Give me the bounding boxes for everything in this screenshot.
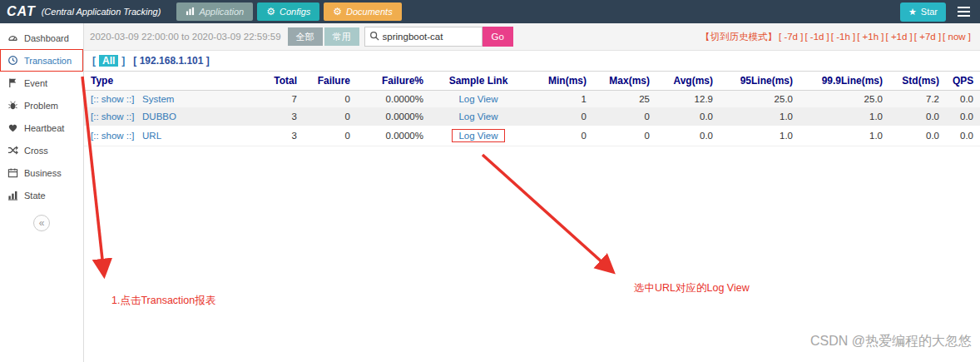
cell-min: 0	[527, 126, 593, 146]
cell-max: 0	[593, 126, 656, 146]
star-button[interactable]: ★ Star	[900, 2, 946, 22]
show-link[interactable]: [:: show ::]	[91, 94, 134, 104]
nav-documents-label: Documents	[346, 7, 393, 17]
col-header-failure-pct: Failure%	[357, 72, 430, 91]
sidebar-item-label: Heartbeat	[24, 123, 64, 133]
nav-application-button[interactable]: Application	[176, 2, 253, 21]
show-link[interactable]: [:: show ::]	[91, 112, 134, 121]
sidebar-collapse-button[interactable]: «	[33, 215, 50, 231]
sidebar-item-label: Cross	[24, 146, 48, 156]
log-view-link-system[interactable]: Log View	[458, 94, 497, 104]
search-icon	[369, 31, 379, 43]
project-search-input[interactable]	[383, 32, 474, 42]
col-header-sample-link: Sample Link	[430, 72, 527, 91]
bug-icon	[7, 100, 18, 111]
type-link-url[interactable]: URL	[142, 131, 161, 141]
cell-max: 0	[593, 108, 656, 126]
annotation-highlight-box: Log View	[452, 129, 504, 142]
filter-bar: 2020-03-09 22:00:00 to 2020-03-09 22:59:…	[84, 23, 980, 51]
time-link-minus1d[interactable]: [ -1d ]	[804, 32, 829, 42]
app-logo[interactable]: CAT	[7, 4, 36, 19]
sidebar-item-problem[interactable]: Problem	[0, 94, 83, 117]
table-row-url: [:: show ::] URL 3 0 0.0000% Log View 0 …	[84, 126, 980, 146]
show-link[interactable]: [:: show ::]	[91, 131, 134, 141]
cell-avg: 0.0	[656, 108, 720, 126]
flag-icon	[7, 77, 18, 88]
time-link-minus7d[interactable]: [ -7d ]	[779, 32, 803, 42]
cell-min: 1	[527, 91, 593, 108]
cell-qps: 0.0	[946, 91, 980, 108]
cell-failure: 0	[304, 126, 357, 146]
nav-documents-button[interactable]: ⚙ Documents	[324, 2, 401, 21]
clock-icon	[7, 55, 18, 66]
time-link-plus7d[interactable]: [ +7d ]	[914, 32, 941, 42]
search-box	[364, 27, 483, 47]
bracket-close: ]	[121, 55, 125, 67]
calendar-icon	[7, 167, 18, 178]
time-link-plus1d[interactable]: [ +1d ]	[886, 32, 913, 42]
sidebar-item-event[interactable]: Event	[0, 72, 83, 94]
shuffle-icon	[7, 145, 18, 156]
nav-configs-button[interactable]: ⚙ Configs	[257, 2, 319, 21]
type-link-dubbo[interactable]: DUBBO	[142, 112, 176, 121]
time-link-minus1h[interactable]: [ -1h ]	[831, 32, 855, 42]
gear-icon: ⚙	[266, 7, 275, 17]
table-row-dubbo: [:: show ::] DUBBO 3 0 0.0000% Log View …	[84, 108, 980, 126]
sidebar: Dashboard Transaction Event Problem Hear…	[0, 23, 84, 362]
menu-icon[interactable]	[958, 4, 970, 19]
transaction-table: Type Total Failure Failure% Sample Link …	[84, 71, 980, 146]
cell-total: 7	[250, 91, 304, 108]
sidebar-item-label: Transaction	[24, 56, 72, 66]
cell-95line: 1.0	[720, 108, 799, 126]
sidebar-item-cross[interactable]: Cross	[0, 139, 83, 161]
col-header-std: Std(ms)	[889, 72, 946, 91]
sidebar-item-business[interactable]: Business	[0, 161, 83, 184]
log-view-link-dubbo[interactable]: Log View	[458, 112, 497, 121]
cell-qps: 0.0	[946, 126, 980, 146]
nav-application-label: Application	[199, 7, 244, 17]
cell-qps: 0.0	[946, 108, 980, 126]
sidebar-item-label: Problem	[24, 101, 58, 111]
cell-total: 3	[250, 126, 304, 146]
type-link-system[interactable]: System	[142, 94, 174, 104]
heart-icon	[7, 122, 18, 133]
sidebar-item-dashboard[interactable]: Dashboard	[0, 27, 83, 49]
bar-chart-icon	[186, 7, 195, 17]
sidebar-item-transaction[interactable]: Transaction	[0, 49, 83, 72]
cell-failure-pct: 0.0000%	[357, 126, 430, 146]
star-icon: ★	[908, 7, 917, 17]
top-navbar: CAT (Central Application Tracking) Appli…	[0, 0, 980, 23]
sidebar-item-heartbeat[interactable]: Heartbeat	[0, 117, 83, 139]
cell-999line: 25.0	[799, 91, 889, 108]
cell-failure: 0	[304, 108, 357, 126]
col-header-999line: 99.9Line(ms)	[799, 72, 889, 91]
sidebar-item-label: State	[24, 191, 46, 201]
history-mode-link[interactable]: 【切到历史模式】	[700, 31, 777, 43]
time-navigation: 【切到历史模式】 [ -7d ] [ -1d ] [ -1h ] [ +1h ]…	[700, 31, 974, 43]
common-filter-button[interactable]: 常用	[324, 27, 359, 46]
time-link-now[interactable]: [ now ]	[943, 32, 971, 42]
log-view-link-url[interactable]: Log View	[458, 131, 497, 141]
sidebar-item-label: Event	[24, 78, 47, 88]
go-button[interactable]: Go	[483, 27, 513, 47]
nav-configs-label: Configs	[280, 7, 310, 17]
time-link-plus1h[interactable]: [ +1h ]	[857, 32, 883, 42]
machine-all-badge[interactable]: All	[99, 55, 118, 67]
sidebar-item-state[interactable]: State	[0, 184, 83, 206]
bar-chart-icon	[7, 190, 18, 201]
collapse-icon: «	[39, 217, 45, 229]
annotation-note-1: 1.点击Transaction报表	[111, 294, 215, 308]
col-header-avg: Avg(ms)	[656, 72, 720, 91]
machine-ip-link[interactable]: [ 192.168.1.101 ]	[133, 55, 209, 67]
all-filter-button[interactable]: 全部	[288, 27, 323, 46]
main-content: 2020-03-09 22:00:00 to 2020-03-09 22:59:…	[84, 23, 980, 362]
col-header-total: Total	[250, 72, 304, 91]
cell-max: 25	[593, 91, 656, 108]
gear-icon: ⚙	[333, 7, 342, 17]
col-header-failure: Failure	[304, 72, 357, 91]
cell-999line: 1.0	[799, 108, 889, 126]
sidebar-item-label: Dashboard	[24, 33, 69, 43]
app-subtitle: (Central Application Tracking)	[42, 7, 161, 17]
col-header-type: Type	[84, 72, 250, 91]
machine-bar: [ All ] [ 192.168.1.101 ]	[84, 51, 980, 71]
